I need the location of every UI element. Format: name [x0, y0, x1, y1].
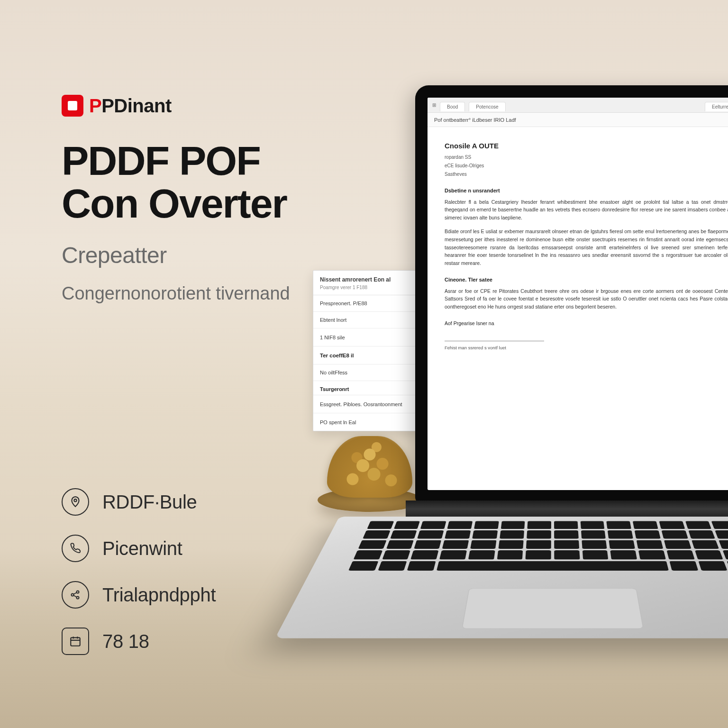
feature-item: RDDF·Bule — [62, 488, 216, 516]
browser-tab[interactable]: Bood — [440, 102, 465, 111]
doc-heading: Cnosile A OUTE — [445, 140, 728, 152]
pin-icon — [62, 488, 89, 516]
hero-tagline: Congernonorotient tivernand — [62, 282, 308, 306]
feature-label: Picenwint — [102, 538, 182, 559]
brand-logo-icon — [62, 95, 83, 117]
doc-meta: eCE lisude-Olriges — [445, 162, 728, 170]
settings-row-label: 1 NIF8 sile — [320, 335, 345, 340]
settings-row-label: Ebtent lnort — [320, 317, 346, 323]
signature-line — [445, 341, 544, 341]
feature-item: 78 18 — [62, 628, 216, 655]
laptop-screen: ⊞ Bood Potencose Eelturre20t Pof ontbeat… — [428, 98, 728, 490]
calendar-icon — [62, 628, 89, 655]
brand-name: PPDinant — [89, 95, 172, 117]
document-toolbar: Pof ontbeatterr° iLdbeser IRIO Ladf ⋯ — [428, 113, 728, 127]
feature-item: Trialapndppht — [62, 581, 216, 609]
doc-meta: ropardan SS — [445, 154, 728, 161]
brand-name-text: PDinant — [101, 95, 172, 116]
settings-row-label: PO spent ln Eal — [320, 419, 356, 425]
doc-section-title: Cineone. Tler satee — [445, 276, 728, 284]
browser-tab[interactable]: Potencose — [469, 102, 505, 111]
settings-row-label: No oiltFfess — [320, 370, 347, 375]
laptop-screen-bezel: ⊞ Bood Potencose Eelturre20t Pof ontbeat… — [415, 85, 728, 502]
svg-rect-4 — [71, 637, 80, 646]
doc-paragraph: Asrar or foe or CPE re Pitorates Ceubtho… — [445, 287, 728, 311]
headline-line-2: Con Overter — [62, 181, 287, 226]
laptop-deck — [275, 517, 728, 638]
svg-point-0 — [74, 499, 76, 501]
doc-paragraph: Bdiate oronf les E usliat sr exbemer mau… — [445, 228, 728, 267]
document-body: Cnosile A OUTE ropardan SS eCE lisude-Ol… — [428, 127, 728, 490]
hero-headline: PDDF POF Con Overter — [62, 139, 355, 225]
laptop-keyboard — [345, 521, 728, 578]
browser-tab[interactable]: Eelturre20t — [705, 102, 728, 111]
feature-label: 78 18 — [102, 631, 149, 652]
browser-tab-bar: ⊞ Bood Potencose Eelturre20t — [428, 98, 728, 113]
feature-label: Trialapndppht — [102, 584, 216, 606]
doc-footer-text: Fehist man ssrered s vontf luet — [445, 344, 728, 351]
doc-meta: Sastheves — [445, 171, 728, 178]
window-controls-icon: ⊞ — [432, 102, 436, 108]
hero-panel: PPDinant PDDF POF Con Overter Crepeatter… — [62, 95, 355, 306]
brand-lockup: PPDinant — [62, 95, 355, 117]
share-nodes-icon — [62, 581, 89, 609]
headline-line-1: PDDF POF — [62, 138, 260, 183]
laptop-image: ⊞ Bood Potencose Eelturre20t Pof ontbeat… — [358, 85, 728, 701]
doc-section-title: Dsbetine n unsrandert — [445, 187, 728, 195]
settings-row-label: Ter coeffE8 il — [320, 353, 354, 358]
doc-signature-label: Aof Prgearise Isner na — [445, 319, 728, 328]
feature-label: RDDF·Bule — [102, 491, 197, 513]
hero-subhead: Crepeatter — [62, 242, 355, 268]
doc-paragraph: Ralecbter fl a bela Cestargriery lhesder… — [445, 198, 728, 222]
laptop-trackpad — [462, 589, 643, 629]
feature-list: RDDF·Bule Picenwint Trialapndppht 78 18 — [62, 488, 216, 655]
phone-icon — [62, 535, 89, 562]
feature-item: Picenwint — [62, 535, 216, 562]
toolbar-title: Pof ontbeatterr° iLdbeser IRIO Ladf — [434, 117, 516, 123]
